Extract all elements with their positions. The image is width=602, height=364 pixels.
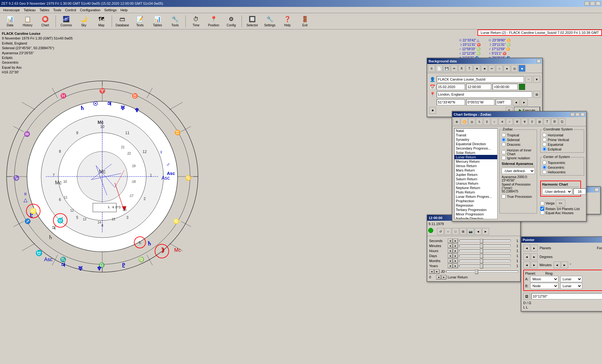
pointer-image-btn[interactable]: 🖼: [523, 293, 530, 300]
slider-minutes-thumb[interactable]: [480, 244, 483, 248]
bg-tool-star[interactable]: ★: [473, 65, 480, 72]
bg-tool-circle[interactable]: ○: [496, 65, 503, 72]
zodiac-draconic-radio[interactable]: [502, 142, 506, 146]
zodiac-sidereal-radio[interactable]: [502, 138, 506, 142]
slider-hours-up[interactable]: ►: [453, 249, 458, 253]
toolbar-exit[interactable]: 🚪 Exit: [297, 14, 313, 29]
cs-tool-12[interactable]: ⊞: [536, 118, 543, 125]
cs-tool-4[interactable]: ♄: [476, 118, 483, 125]
chart-list-item[interactable]: Saturn Return: [455, 177, 497, 181]
cs-tool-11[interactable]: ♇: [529, 118, 535, 125]
cs-tool-1[interactable]: ⊕: [453, 118, 460, 125]
chart-list-item[interactable]: Transit: [455, 133, 497, 137]
nutation-checkbox[interactable]: [502, 156, 506, 160]
equal-asc-checkbox[interactable]: [540, 211, 544, 215]
lunar-arrows[interactable]: ◄ ►: [436, 275, 446, 279]
slider-months-up[interactable]: ►: [453, 259, 458, 263]
true-precession-checkbox[interactable]: [502, 194, 506, 198]
toolbar-chart[interactable]: ⭕ Chart: [37, 14, 53, 29]
center-heliocentric-radio[interactable]: [542, 170, 546, 174]
slider-minutes-arrows[interactable]: ◄ ►: [448, 244, 458, 248]
jd-arrows[interactable]: ◄ ►: [429, 269, 440, 274]
cs-tool-8[interactable]: ♂: [506, 118, 513, 125]
slider-hours-arrows[interactable]: ◄ ►: [448, 249, 458, 253]
bg-coords-next[interactable]: ►: [521, 99, 528, 106]
center-topocentric[interactable]: Topocentric: [542, 161, 582, 165]
bg-tool-blue[interactable]: ■: [519, 65, 525, 72]
bg-tool-dot[interactable]: ●: [503, 65, 510, 72]
retain-planets-check[interactable]: Retain 1H Planets List: [540, 207, 584, 211]
lunar-up[interactable]: ►: [441, 275, 446, 279]
chart-list-item[interactable]: Prophection: [455, 199, 497, 203]
slider-hours-track[interactable]: [459, 250, 511, 252]
chart-list-item[interactable]: Lunar Return Progres...: [455, 194, 497, 199]
slider-seconds-down[interactable]: ◄: [448, 239, 453, 243]
slider-hours-down[interactable]: ◄: [448, 249, 453, 253]
pointer-min-next[interactable]: ►: [531, 261, 538, 268]
pointer-deg-next[interactable]: ►: [531, 253, 538, 260]
slider-months-down[interactable]: ◄: [448, 259, 453, 263]
jd-track[interactable]: [446, 271, 518, 272]
cs-tool-7[interactable]: ♃: [498, 118, 505, 125]
bg-tz-input[interactable]: [496, 99, 511, 105]
pointer-value-input[interactable]: [531, 293, 602, 299]
equal-asc-check[interactable]: Equal Asc Houses: [540, 211, 584, 215]
cs-close[interactable]: ✕: [580, 113, 585, 116]
chart-list-item[interactable]: Pluto Return: [455, 190, 497, 194]
toolbar-texts[interactable]: 📝 Texts: [132, 14, 148, 29]
bg-time-input[interactable]: [466, 84, 491, 90]
menu-help[interactable]: Help: [119, 8, 130, 12]
center-geocentric-radio[interactable]: [542, 165, 546, 169]
varga-checkbox[interactable]: [540, 201, 544, 205]
time-tool-2[interactable]: ○: [445, 228, 451, 235]
coord-prime-vertical[interactable]: Prime Vertical: [542, 138, 582, 142]
chart-list-item[interactable]: Equatorial Direction: [455, 142, 497, 146]
slider-minutes-track[interactable]: [459, 245, 511, 247]
jd-thumb[interactable]: [475, 270, 478, 274]
slider-seconds-up[interactable]: ►: [453, 239, 458, 243]
slider-years-down[interactable]: ◄: [448, 264, 453, 268]
slider-minutes-up[interactable]: ►: [453, 244, 458, 248]
zodiac-draconic[interactable]: Draconic: [502, 142, 535, 146]
cs-tool-T[interactable]: T: [544, 118, 551, 125]
pointer-sec-prev[interactable]: ◄: [554, 261, 561, 268]
cs-maximize[interactable]: □: [575, 113, 580, 116]
time-tool-1[interactable]: ↺: [437, 228, 444, 235]
horizon-inner-chart[interactable]: Horizon of Inner Chart: [502, 148, 535, 156]
chart-list-item[interactable]: Synastry: [455, 137, 497, 142]
slider-days-up[interactable]: ►: [453, 254, 458, 258]
menu-settings[interactable]: Settings: [102, 8, 119, 12]
pointer-min-prev[interactable]: ◄: [523, 261, 530, 268]
menu-tables[interactable]: Tables: [38, 8, 51, 12]
menu-configuration[interactable]: Configuration: [78, 8, 102, 12]
slider-months-arrows[interactable]: ◄ ►: [448, 259, 458, 263]
maximize-button[interactable]: □: [590, 1, 595, 6]
menu-tableau[interactable]: Tableau: [22, 8, 38, 12]
cs-tool-3[interactable]: ◎: [468, 118, 475, 125]
harmonic-number[interactable]: [573, 188, 586, 195]
time-tool-4[interactable]: ⊞: [460, 228, 466, 235]
toolbar-config[interactable]: ⚙ Config: [223, 14, 239, 29]
pointer-next[interactable]: ►: [531, 245, 538, 251]
toolbar-database[interactable]: 🗃 Database: [114, 14, 131, 29]
true-precession[interactable]: True Precession: [502, 194, 535, 198]
chart-list-item[interactable]: Tertiary Progression: [455, 208, 497, 212]
chart-list-item[interactable]: Naibode Direction: [455, 216, 497, 219]
chart-list-item[interactable]: Minor Progression: [455, 212, 497, 216]
toolbar-position[interactable]: 📍 Position: [205, 14, 222, 29]
bg-offset-input[interactable]: [493, 84, 518, 90]
bg-tool-copy[interactable]: ⎘: [428, 65, 435, 72]
zodiac-tropical[interactable]: Tropical: [502, 133, 535, 137]
zodiac-sidereal[interactable]: Sidereal: [502, 138, 535, 142]
chart-list-item[interactable]: Solar Return: [455, 150, 497, 155]
slider-years-arrows[interactable]: ◄ ►: [448, 264, 458, 268]
bg-tool-T[interactable]: T: [466, 65, 473, 72]
coord-equatorial-radio[interactable]: [542, 142, 546, 146]
time-tool-3[interactable]: □: [452, 228, 459, 235]
lunar-down[interactable]: ◄: [436, 275, 441, 279]
center-topocentric-radio[interactable]: [542, 161, 546, 165]
minimize-button[interactable]: −: [584, 1, 589, 6]
slider-years-thumb[interactable]: [480, 264, 483, 268]
toolbar-map[interactable]: 🗺 Map: [93, 14, 109, 29]
chart-list-item[interactable]: Secondary Progressi...: [455, 146, 497, 150]
